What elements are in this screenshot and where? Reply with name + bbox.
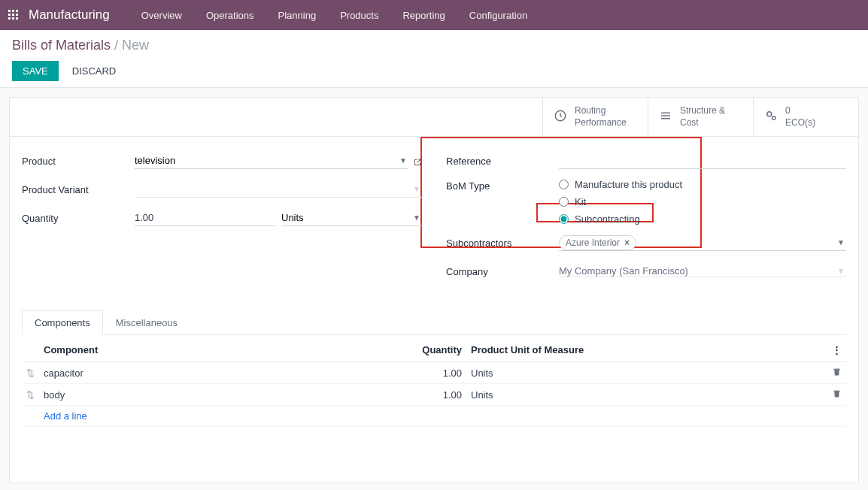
form-sheet: RoutingPerformance Structure &Cost 0ECO(… [9,97,859,483]
component-name[interactable]: capacitor [39,362,391,384]
breadcrumb-current: New [122,38,149,53]
bomtype-kit-label[interactable]: Kit [575,196,586,207]
svg-rect-4 [12,14,14,16]
tag-remove-icon[interactable]: × [624,237,630,248]
nav-operations[interactable]: Operations [196,5,265,26]
external-link-icon[interactable] [413,158,422,169]
nav-reporting[interactable]: Reporting [392,5,455,26]
chevron-down-icon[interactable]: ▼ [836,238,846,247]
nav-products[interactable]: Products [329,5,389,26]
chevron-down-icon[interactable]: ▼ [411,213,422,222]
nav-overview[interactable]: Overview [131,5,193,26]
col-component: Component [39,338,391,362]
svg-rect-3 [8,14,11,16]
product-label: Product [22,156,135,167]
tab-miscellaneous[interactable]: Miscellaneous [103,310,190,335]
trash-icon[interactable] [827,384,846,406]
kebab-icon[interactable]: ⋮ [827,338,846,362]
bomtype-manufacture-label[interactable]: Manufacture this product [575,179,682,190]
drag-handle-icon[interactable]: ⇅ [22,362,39,384]
product-field[interactable] [135,153,398,168]
tabs: Components Miscellaneous [22,310,846,335]
drag-handle-icon[interactable]: ⇅ [22,384,39,406]
reference-field[interactable] [559,153,846,169]
bomtype-subcontracting-radio[interactable] [559,214,569,224]
top-navbar: Manufacturing Overview Operations Planni… [0,0,868,30]
stat-structure[interactable]: Structure &Cost [648,98,753,136]
svg-rect-6 [8,17,11,20]
nav-configuration[interactable]: Configuration [459,5,538,26]
svg-rect-0 [8,10,11,12]
svg-point-13 [767,112,772,116]
component-uom[interactable]: Units [466,362,827,384]
stat-bar: RoutingPerformance Structure &Cost 0ECO(… [10,98,858,137]
list-icon [659,109,672,125]
qty-field[interactable] [135,210,275,226]
discard-button[interactable]: Discard [65,61,124,81]
component-qty[interactable]: 1.00 [391,384,466,406]
bomtype-radio-group: Manufacture this product Kit Subcontract… [559,179,846,225]
reference-label: Reference [446,156,559,167]
stat-routing[interactable]: RoutingPerformance [542,98,648,136]
table-row[interactable]: ⇅ capacitor 1.00 Units [22,362,846,384]
svg-rect-7 [12,17,14,20]
svg-rect-8 [16,17,18,20]
breadcrumb: Bills of Materials / New [12,38,856,53]
bomtype-manufacture-radio[interactable] [559,180,569,189]
bomtype-label: BoM Type [446,179,559,192]
cogs-icon [764,109,778,125]
col-uom: Product Unit of Measure [466,338,827,362]
trash-icon[interactable] [827,362,846,384]
nav-planning[interactable]: Planning [268,5,327,26]
chevron-down-icon[interactable]: ▼ [411,185,422,193]
chevron-down-icon[interactable]: ▼ [836,267,846,275]
svg-point-14 [772,116,776,120]
save-button[interactable]: Save [12,61,59,81]
apps-icon[interactable] [6,8,21,23]
component-name[interactable]: body [39,384,391,406]
components-table: Component Quantity Product Unit of Measu… [22,338,846,427]
qty-label: Quantity [22,213,135,224]
subcontractor-tag[interactable]: Azure Interior × [559,235,636,250]
bomtype-kit-radio[interactable] [559,197,569,207]
variant-field[interactable] [135,181,411,197]
variant-label: Product Variant [22,184,135,195]
svg-rect-2 [16,10,18,12]
component-qty[interactable]: 1.00 [391,362,466,384]
breadcrumb-parent[interactable]: Bills of Materials [12,38,111,53]
svg-rect-1 [12,10,14,12]
tab-components[interactable]: Components [22,310,103,335]
app-brand[interactable]: Manufacturing [29,8,110,23]
bomtype-subcontracting-label[interactable]: Subcontracting [575,213,640,225]
uom-field[interactable] [281,210,411,225]
component-uom[interactable]: Units [466,384,827,406]
add-line-link[interactable]: Add a line [44,404,92,428]
stat-eco[interactable]: 0ECO(s) [753,98,858,136]
col-quantity: Quantity [391,338,466,362]
nav-items: Overview Operations Planning Products Re… [131,5,538,26]
chevron-down-icon[interactable]: ▼ [398,156,408,165]
company-value: My Company (San Francisco) [559,265,836,277]
subcontractors-label: Subcontractors [446,237,559,249]
svg-rect-5 [16,14,18,16]
control-bar: Bills of Materials / New Save Discard [0,30,868,88]
table-row[interactable]: ⇅ body 1.00 Units [22,384,846,406]
clock-icon [554,109,567,125]
company-label: Company [446,266,559,277]
